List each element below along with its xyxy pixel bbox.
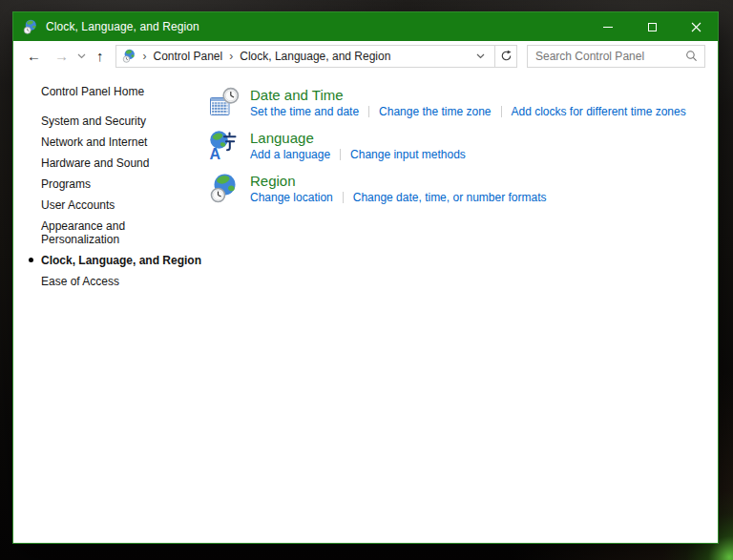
- link-change-input-methods[interactable]: Change input methods: [350, 148, 466, 161]
- svg-text:A: A: [210, 146, 221, 161]
- sidebar-item-network-and-internet[interactable]: Network and Internet: [41, 135, 192, 149]
- breadcrumb-clock-language-region[interactable]: Clock, Language, and Region: [240, 50, 390, 63]
- sidebar: Control Panel Home System and Security N…: [13, 85, 209, 543]
- back-button[interactable]: ←: [20, 49, 48, 63]
- region-heading[interactable]: Region: [250, 172, 547, 190]
- section-date-and-time: Date and Time Set the time and date Chan…: [209, 86, 718, 118]
- content-area: Control Panel Home System and Security N…: [13, 71, 718, 543]
- link-add-a-language[interactable]: Add a language: [250, 148, 330, 161]
- sidebar-item-clock-language-region[interactable]: Clock, Language, and Region: [41, 254, 192, 267]
- link-change-date-time-or-number-formats[interactable]: Change date, time, or number formats: [353, 191, 547, 204]
- sidebar-item-hardware-and-sound[interactable]: Hardware and Sound: [41, 156, 192, 170]
- category-list: Date and Time Set the time and date Chan…: [209, 85, 718, 543]
- breadcrumb-separator: ›: [136, 50, 154, 63]
- sidebar-item-system-and-security[interactable]: System and Security: [41, 114, 192, 128]
- app-clock-globe-icon: [23, 19, 38, 34]
- breadcrumb-separator: ›: [222, 50, 240, 63]
- link-divider: [368, 106, 369, 117]
- forward-button[interactable]: →: [48, 49, 75, 63]
- search-input[interactable]: [528, 50, 685, 63]
- date-and-time-icon: [209, 87, 240, 117]
- minimize-icon: [603, 27, 613, 28]
- sidebar-item-programs[interactable]: Programs: [41, 177, 192, 191]
- refresh-icon: [500, 50, 513, 62]
- window-title: Clock, Language, and Region: [46, 20, 199, 33]
- chevron-down-icon: [476, 53, 485, 59]
- refresh-button[interactable]: [495, 45, 517, 68]
- search-icon[interactable]: [685, 50, 698, 62]
- link-divider: [343, 192, 344, 203]
- breadcrumb-control-panel[interactable]: Control Panel: [154, 50, 223, 63]
- window-controls: [586, 12, 718, 41]
- link-divider: [501, 106, 502, 117]
- close-button[interactable]: [674, 12, 718, 41]
- link-change-the-time-zone[interactable]: Change the time zone: [379, 105, 491, 118]
- region-links: Change location Change date, time, or nu…: [250, 191, 547, 204]
- language-heading[interactable]: Language: [250, 129, 466, 147]
- region-icon: [209, 173, 240, 203]
- sidebar-item-ease-of-access[interactable]: Ease of Access: [41, 275, 192, 288]
- close-icon: [691, 22, 702, 32]
- chevron-down-icon: [77, 53, 86, 59]
- search-box: [527, 45, 705, 68]
- link-set-the-time-and-date[interactable]: Set the time and date: [250, 105, 359, 118]
- date-and-time-heading[interactable]: Date and Time: [250, 86, 686, 104]
- link-change-location[interactable]: Change location: [250, 191, 333, 204]
- maximize-button[interactable]: [630, 12, 674, 41]
- navigation-bar: ← → ↑ › Control Panel › Clock, Language,…: [13, 41, 718, 71]
- up-button[interactable]: ↑: [90, 49, 111, 63]
- control-panel-window: Clock, Language, and Region ← → ↑ › Cont…: [12, 11, 719, 544]
- sidebar-item-user-accounts[interactable]: User Accounts: [41, 198, 192, 212]
- address-bar[interactable]: › Control Panel › Clock, Language, and R…: [115, 45, 496, 68]
- section-region: Region Change location Change date, time…: [209, 172, 718, 204]
- minimize-button[interactable]: [586, 12, 630, 41]
- date-and-time-links: Set the time and date Change the time zo…: [250, 105, 686, 118]
- link-add-clocks-for-different-time-zones[interactable]: Add clocks for different time zones: [512, 105, 686, 118]
- language-links: Add a language Change input methods: [250, 148, 466, 161]
- link-divider: [340, 149, 341, 160]
- sidebar-item-appearance-and-personalization[interactable]: Appearance and Personalization: [41, 219, 192, 246]
- history-dropdown-button[interactable]: [75, 53, 90, 59]
- title-bar: Clock, Language, and Region: [13, 12, 718, 41]
- language-icon: A: [209, 130, 240, 160]
- address-dropdown-button[interactable]: [471, 53, 491, 59]
- section-language: A Language Add a language Change input m…: [209, 129, 718, 161]
- control-panel-icon: [122, 49, 136, 63]
- maximize-icon: [648, 23, 657, 31]
- sidebar-item-control-panel-home[interactable]: Control Panel Home: [41, 85, 192, 98]
